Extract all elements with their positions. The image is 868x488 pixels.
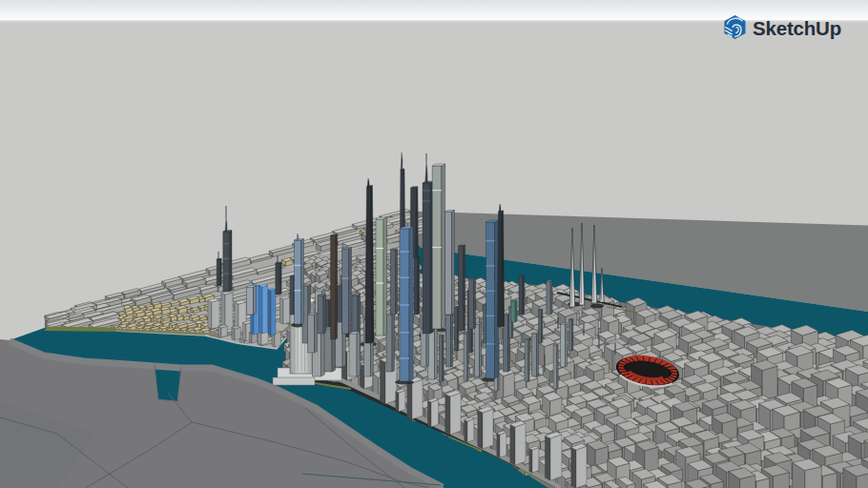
- svg-text:SketchUp: SketchUp: [753, 17, 841, 39]
